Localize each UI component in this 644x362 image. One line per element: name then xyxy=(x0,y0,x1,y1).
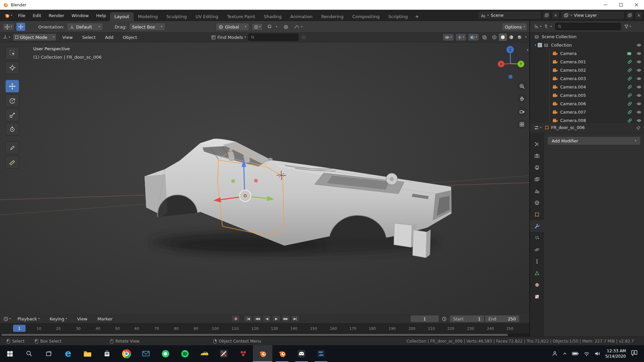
tab-animation[interactable]: Animation xyxy=(286,12,317,21)
eye-icon[interactable] xyxy=(637,110,641,114)
menu-render[interactable]: Render xyxy=(45,11,67,19)
snap-toggle[interactable] xyxy=(265,23,273,31)
green-messenger-app-icon[interactable] xyxy=(156,345,175,362)
tab-physics-properties[interactable] xyxy=(530,244,544,255)
frame-start-field[interactable]: Start 1 xyxy=(449,315,484,322)
measure-tool[interactable] xyxy=(5,156,19,169)
navigation-gizmo[interactable]: Z X Y xyxy=(488,42,530,84)
menu-timeline-view[interactable]: View xyxy=(74,315,91,322)
annotate-tool[interactable] xyxy=(5,141,19,154)
tab-constraint-properties[interactable] xyxy=(530,255,544,267)
blender-menu-button[interactable]: ▾ xyxy=(2,13,14,18)
eye-icon[interactable] xyxy=(637,52,641,55)
taskbar-clock[interactable]: 12:33 AM 5/14/2020 xyxy=(605,348,626,359)
red-x-app-icon[interactable] xyxy=(214,345,233,362)
shading-wireframe-button[interactable] xyxy=(490,34,498,41)
previous-keyframe-button[interactable]: ◀◀ xyxy=(253,315,262,322)
orientation-dropdown[interactable]: Default ▾ xyxy=(67,23,103,31)
move-tool-button[interactable] xyxy=(16,23,25,31)
timeline-scrollbar[interactable] xyxy=(0,333,530,337)
car-app-icon[interactable] xyxy=(195,345,214,362)
new-scene-button[interactable] xyxy=(543,11,550,19)
menu-view[interactable]: View xyxy=(59,34,76,41)
next-keyframe-button[interactable]: ▶▶ xyxy=(281,315,290,322)
tab-particle-properties[interactable] xyxy=(530,232,544,244)
red-dots-app-icon[interactable] xyxy=(233,345,253,362)
outliner-row-camera[interactable]: Camera.001 xyxy=(530,58,644,66)
cursor-tool[interactable] xyxy=(5,61,19,74)
proportional-editing-toggle[interactable] xyxy=(282,23,290,31)
jump-to-end-button[interactable]: ▶| xyxy=(291,315,299,322)
tab-scripting[interactable]: Scripting xyxy=(384,12,412,21)
proportional-falloff-dropdown[interactable] xyxy=(292,23,301,31)
expand-arrow-icon[interactable]: ▾ xyxy=(535,44,536,47)
tab-shading[interactable]: Shading xyxy=(260,12,286,21)
tab-view-layer-properties[interactable] xyxy=(530,173,544,185)
timeline-editor-dropdown[interactable]: ▾ xyxy=(3,316,11,321)
viewport-camera-button[interactable] xyxy=(517,107,527,117)
tab-output-properties[interactable] xyxy=(530,162,544,173)
scale-tool[interactable] xyxy=(5,109,19,121)
tab-compositing[interactable]: Compositing xyxy=(348,12,384,21)
blue-z-app-icon[interactable] xyxy=(311,345,331,362)
eye-icon[interactable] xyxy=(637,60,641,64)
outliner-row-camera[interactable]: Camera.004 xyxy=(530,83,644,91)
task-view-button[interactable] xyxy=(39,345,58,362)
outliner-filter-dropdown[interactable]: ▾ xyxy=(624,24,631,29)
jump-to-start-button[interactable]: |◀ xyxy=(244,315,252,322)
tab-scene-properties[interactable] xyxy=(530,185,544,197)
tab-modeling[interactable]: Modeling xyxy=(133,12,162,21)
move-tool[interactable] xyxy=(5,80,19,93)
drag-dropdown[interactable]: Select Box ▾ xyxy=(129,23,165,31)
menu-keying[interactable]: Keying ▾ xyxy=(46,315,70,322)
menu-file[interactable]: File xyxy=(15,11,29,19)
people-icon[interactable] xyxy=(552,351,558,357)
playhead[interactable]: 1 xyxy=(13,325,25,332)
find-models-search-input[interactable] xyxy=(256,35,296,40)
menu-object[interactable]: Object xyxy=(119,34,140,41)
outliner-row-camera[interactable]: Camera.006 xyxy=(530,100,644,108)
outliner-editor-dropdown[interactable]: ▾ xyxy=(534,24,541,29)
collection-checkbox[interactable]: ✓ xyxy=(538,43,542,47)
properties-breadcrumb[interactable]: FR_door_sc_006 xyxy=(545,125,585,130)
eye-icon[interactable] xyxy=(637,102,641,106)
sidebar-collapse-arrow[interactable]: ‹ xyxy=(527,47,529,53)
tab-material-properties[interactable] xyxy=(530,279,544,291)
editor-type-dropdown[interactable]: ▾ xyxy=(3,35,10,40)
outliner-row-camera[interactable]: Camera.002 xyxy=(530,66,644,74)
play-button[interactable]: ▶ xyxy=(272,315,280,322)
eye-icon[interactable] xyxy=(637,43,641,47)
find-models-dropdown[interactable]: Find Models ▾ xyxy=(211,35,246,40)
menu-window[interactable]: Window xyxy=(68,11,92,19)
blender-taskbar-icon[interactable] xyxy=(272,345,292,362)
menu-add[interactable]: Add xyxy=(102,34,117,41)
shading-rendered-button[interactable] xyxy=(516,34,524,41)
search-options-pill[interactable] xyxy=(301,35,307,40)
eye-icon[interactable] xyxy=(637,119,641,122)
find-models-search[interactable] xyxy=(248,34,299,41)
menu-playback[interactable]: Playback ▾ xyxy=(14,315,43,322)
tab-sculpting[interactable]: Sculpting xyxy=(162,12,191,21)
object-visibility-dropdown[interactable]: ▾ xyxy=(443,34,454,41)
minimize-button[interactable] xyxy=(598,0,613,10)
tab-layout[interactable]: Layout xyxy=(110,12,133,21)
timeline-ruler[interactable]: 1 10 20 30 40 50 60 70 80 90 100 110 120… xyxy=(0,323,530,333)
add-workspace-button[interactable]: + xyxy=(412,12,422,21)
3d-viewport[interactable]: User Perspective (1) Collection | FR_doo… xyxy=(0,42,530,314)
viewport-pan-button[interactable] xyxy=(517,94,527,104)
record-button[interactable]: ● xyxy=(231,315,240,322)
frame-end-field[interactable]: End 250 xyxy=(485,315,520,322)
xray-toggle[interactable] xyxy=(481,34,489,41)
outliner-display-mode-dropdown[interactable]: ▾ xyxy=(545,24,552,29)
play-reverse-button[interactable]: ◀ xyxy=(263,315,271,322)
spotify-icon[interactable] xyxy=(175,345,195,362)
hidden-icons-chevron[interactable] xyxy=(562,351,567,356)
microsoft-store-icon[interactable] xyxy=(97,345,117,362)
view-layer-selector[interactable]: ▾ View Layer xyxy=(561,11,625,19)
options-dropdown[interactable]: Options ▾ xyxy=(502,23,527,31)
tab-uv-editing[interactable]: UV Editing xyxy=(191,12,223,21)
gizmos-dropdown[interactable]: ▾ xyxy=(455,34,466,41)
scrollbar-thumb[interactable] xyxy=(1,334,508,336)
gizmo-plane-x[interactable] xyxy=(254,179,258,182)
mail-icon[interactable] xyxy=(136,345,156,362)
